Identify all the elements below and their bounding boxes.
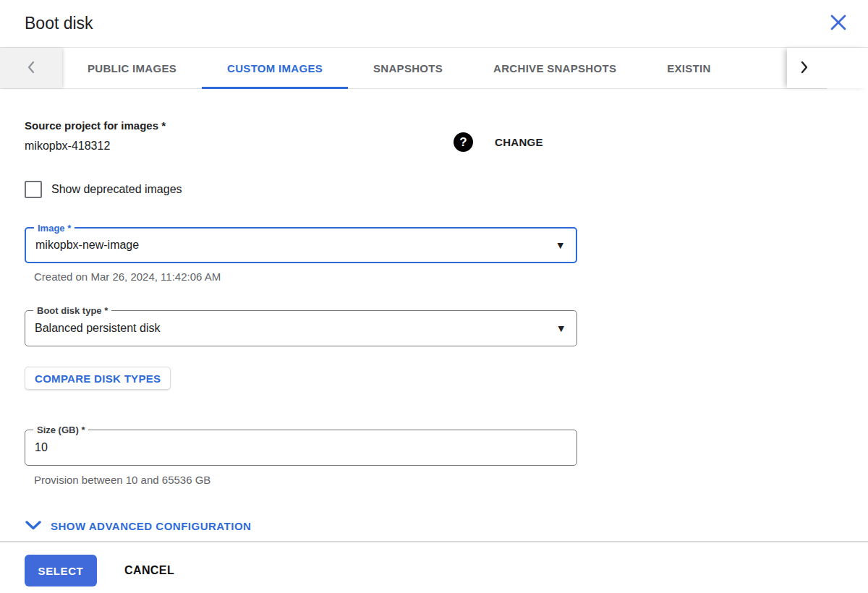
source-project-label: Source project for images *: [25, 119, 843, 132]
close-icon: [829, 13, 848, 34]
boot-disk-type-select[interactable]: Boot disk type * Balanced persistent dis…: [25, 310, 577, 346]
show-deprecated-label: Show deprecated images: [51, 183, 182, 196]
tab-label: CUSTOM IMAGES: [227, 62, 323, 74]
source-project-actions: ? CHANGE: [454, 132, 543, 152]
tab-label: ARCHIVE SNAPSHOTS: [493, 62, 616, 74]
help-icon[interactable]: ?: [454, 132, 473, 152]
dropdown-arrow-icon: ▼: [558, 242, 563, 249]
boot-disk-type-value: Balanced persistent disk: [35, 311, 160, 346]
dialog-body: Source project for images * mikopbx-4183…: [0, 119, 868, 586]
size-input[interactable]: [25, 430, 576, 465]
dropdown-arrow-icon: ▼: [558, 325, 564, 333]
footer-actions: SELECT CANCEL: [25, 555, 843, 586]
cancel-button[interactable]: CANCEL: [124, 564, 174, 577]
dialog-header: Boot disk: [0, 0, 868, 48]
tab-archive-snapshots[interactable]: ARCHIVE SNAPSHOTS: [468, 48, 642, 89]
source-project-section: Source project for images * mikopbx-4183…: [25, 119, 843, 153]
chevron-left-icon: [26, 60, 36, 77]
show-deprecated-row[interactable]: Show deprecated images: [25, 181, 843, 198]
image-helper-text: Created on Mar 26, 2024, 11:42:06 AM: [34, 270, 843, 283]
image-select[interactable]: Image * mikopbx-new-image ▼: [25, 227, 577, 263]
size-helper-text: Provision between 10 and 65536 GB: [34, 474, 843, 487]
chevron-right-icon: [799, 60, 809, 77]
tab-existing-disks[interactable]: EXISTIN: [642, 48, 736, 89]
page-title: Boot disk: [25, 14, 93, 33]
tab-custom-images[interactable]: CUSTOM IMAGES: [202, 48, 348, 89]
source-project-value: mikopbx-418312: [25, 139, 843, 153]
chevron-down-icon: [25, 520, 42, 532]
change-project-button[interactable]: CHANGE: [495, 136, 543, 148]
close-button[interactable]: [827, 13, 849, 35]
show-advanced-configuration-toggle[interactable]: SHOW ADVANCED CONFIGURATION: [25, 520, 251, 532]
tab-label: PUBLIC IMAGES: [88, 62, 176, 74]
size-field: Size (GB) *: [25, 430, 577, 466]
select-button[interactable]: SELECT: [25, 555, 97, 586]
image-source-tabbar: PUBLIC IMAGES CUSTOM IMAGES SNAPSHOTS AR…: [0, 48, 868, 89]
tabs-scroll-left-button[interactable]: [0, 48, 62, 88]
tab-snapshots[interactable]: SNAPSHOTS: [348, 48, 468, 89]
image-select-value: mikopbx-new-image: [35, 229, 139, 262]
show-deprecated-checkbox[interactable]: [25, 181, 42, 198]
tab-public-images[interactable]: PUBLIC IMAGES: [62, 48, 202, 89]
tab-label: SNAPSHOTS: [373, 62, 443, 74]
tab-label: EXISTIN: [667, 62, 710, 74]
compare-disk-types-button[interactable]: COMPARE DISK TYPES: [25, 367, 171, 390]
show-advanced-configuration-label: SHOW ADVANCED CONFIGURATION: [51, 520, 251, 532]
footer-divider: [0, 541, 868, 542]
tabs-scroll-right-button[interactable]: [787, 48, 868, 88]
